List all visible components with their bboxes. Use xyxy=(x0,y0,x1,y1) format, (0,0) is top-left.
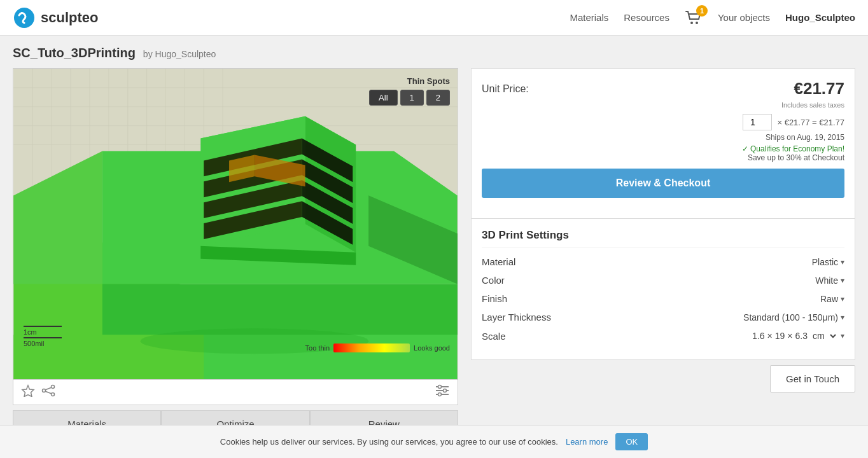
nav-your-objects[interactable]: Your objects xyxy=(718,12,770,23)
page-title: SC_Tuto_3DPrinting xyxy=(13,46,136,60)
thin-spots-panel: Thin Spots All 1 2 xyxy=(369,76,450,106)
finish-setting-row: Finish Raw ▾ xyxy=(482,293,844,304)
svg-line-44 xyxy=(45,387,51,390)
scale-dropdown-arrow[interactable]: ▾ xyxy=(841,331,844,340)
nav-resources[interactable]: Resources xyxy=(624,12,669,23)
scale-text-mil: 500mil xyxy=(24,340,62,347)
main-content: SC_Tuto_3DPrinting by Hugo_Sculpteo xyxy=(0,36,868,438)
header: sculpteo Materials Resources 1 Your obje… xyxy=(0,0,868,36)
quantity-row: × €21.77 = €21.77 xyxy=(482,114,844,130)
layer-thickness-value-wrapper[interactable]: Standard (100 - 150μm) ▾ xyxy=(743,312,844,323)
color-setting-row: Color White ▾ xyxy=(482,275,844,286)
scale-bar: 1cm 500mil xyxy=(24,326,62,347)
legend-gradient xyxy=(333,344,410,352)
settings-title: 3D Print Settings xyxy=(482,229,844,247)
3d-viewer[interactable]: Thin Spots All 1 2 1cm 5 xyxy=(13,68,458,380)
material-setting-row: Material Plastic ▾ xyxy=(482,256,844,267)
share-icon xyxy=(41,384,55,397)
layer-thickness-label: Layer Thickness xyxy=(482,312,551,323)
cart-button[interactable]: 1 xyxy=(685,10,703,25)
cookie-learn-more-link[interactable]: Learn more xyxy=(566,437,608,438)
color-dropdown-arrow[interactable]: ▾ xyxy=(841,276,844,285)
color-value-wrapper[interactable]: White ▾ xyxy=(815,275,844,286)
scale-y-symbol: × xyxy=(787,331,792,341)
color-label: Color xyxy=(482,275,505,286)
toolbar-left xyxy=(21,384,55,400)
star-icon xyxy=(21,384,35,397)
thin-spots-label: Thin Spots xyxy=(407,76,450,86)
scale-z: 6.3 xyxy=(795,331,808,341)
page-title-area: SC_Tuto_3DPrinting by Hugo_Sculpteo xyxy=(13,46,855,60)
scale-y: 19 xyxy=(775,331,785,341)
material-value-wrapper[interactable]: Plastic ▾ xyxy=(812,257,844,267)
scale-label: Scale xyxy=(482,331,506,342)
finish-value-wrapper[interactable]: Raw ▾ xyxy=(820,294,844,304)
price-section: Unit Price: €21.77 Includes sales taxes … xyxy=(471,68,855,219)
quantity-input[interactable] xyxy=(743,114,772,130)
cookie-banner: Cookies help us deliver our services. By… xyxy=(0,425,868,438)
logo-icon xyxy=(13,6,36,29)
svg-point-49 xyxy=(438,385,442,389)
layer-thickness-dropdown-arrow[interactable]: ▾ xyxy=(841,313,844,322)
layer-thickness-value: Standard (100 - 150μm) xyxy=(743,312,838,323)
cookie-ok-button[interactable]: OK xyxy=(615,433,648,438)
thin-spots-all-btn[interactable]: All xyxy=(369,90,397,106)
user-name[interactable]: Hugo_Sculpteo xyxy=(785,12,855,23)
settings-icon-btn[interactable] xyxy=(435,384,450,401)
svg-line-45 xyxy=(45,391,51,394)
scale-setting-row: Scale 1.6 × 19 × 6.3 cm mm in ▾ xyxy=(482,330,844,342)
finish-dropdown-arrow[interactable]: ▾ xyxy=(841,295,844,303)
scale-x: 1.6 xyxy=(752,331,764,341)
share-button[interactable] xyxy=(41,384,55,400)
color-value: White xyxy=(815,275,838,286)
logo-text: sculpteo xyxy=(41,10,98,26)
scale-x-symbol: × xyxy=(767,331,773,341)
main-nav: Materials Resources 1 Your objects Hugo_… xyxy=(570,10,855,25)
material-label: Material xyxy=(482,256,515,267)
legend-bar: Too thin Looks good xyxy=(305,344,450,352)
page-author-label: by Hugo_Sculpteo xyxy=(143,49,216,59)
svg-point-42 xyxy=(52,393,55,396)
unit-price-label: Unit Price: xyxy=(482,83,529,95)
material-value: Plastic xyxy=(812,257,838,267)
svg-point-50 xyxy=(444,389,447,392)
viewer-column: Thin Spots All 1 2 1cm 5 xyxy=(13,68,458,438)
finish-label: Finish xyxy=(482,293,507,304)
3d-scene-svg xyxy=(13,69,458,379)
logo[interactable]: sculpteo xyxy=(13,6,98,29)
svg-marker-23 xyxy=(102,284,458,335)
legend-looks-good: Looks good xyxy=(414,344,450,352)
checkout-button[interactable]: Review & Checkout xyxy=(482,169,844,198)
display-settings-icon xyxy=(435,384,450,398)
svg-point-43 xyxy=(43,389,46,392)
finish-value: Raw xyxy=(820,294,838,304)
material-dropdown-arrow[interactable]: ▾ xyxy=(841,258,844,267)
scale-line-1 xyxy=(24,326,62,327)
nav-materials[interactable]: Materials xyxy=(570,12,608,23)
settings-section: 3D Print Settings Material Plastic ▾ Col… xyxy=(471,219,855,360)
layer-thickness-setting-row: Layer Thickness Standard (100 - 150μm) ▾ xyxy=(482,312,844,323)
qty-calculation: × €21.77 = €21.77 xyxy=(777,118,844,127)
svg-point-41 xyxy=(52,385,55,389)
settings-column: Unit Price: €21.77 Includes sales taxes … xyxy=(471,68,855,392)
page-author: Hugo_Sculpteo xyxy=(155,49,216,59)
svg-point-2 xyxy=(696,22,698,24)
unit-price-row: Unit Price: €21.77 xyxy=(482,79,844,99)
thin-spots-buttons: All 1 2 xyxy=(369,90,450,106)
svg-point-1 xyxy=(690,22,693,24)
legend-too-thin: Too thin xyxy=(305,344,330,352)
economy-plan: ✓ Qualifies for Economy Plan! xyxy=(482,144,844,153)
svg-point-51 xyxy=(438,393,442,396)
content-row: Thin Spots All 1 2 1cm 5 xyxy=(13,68,855,438)
unit-price-value: €21.77 xyxy=(794,79,844,99)
viewer-toolbar xyxy=(13,380,458,405)
scale-unit-select[interactable]: cm mm in xyxy=(810,330,838,342)
get-in-touch-button[interactable]: Get in Touch xyxy=(770,365,855,392)
thin-spots-2-btn[interactable]: 2 xyxy=(426,90,450,106)
includes-tax: Includes sales taxes xyxy=(482,101,844,109)
cart-badge: 1 xyxy=(696,5,708,17)
ships-on: Ships on Aug. 19, 2015 xyxy=(482,133,844,142)
scale-values: 1.6 × 19 × 6.3 cm mm in ▾ xyxy=(752,330,844,342)
favorite-button[interactable] xyxy=(21,384,35,400)
thin-spots-1-btn[interactable]: 1 xyxy=(400,90,424,106)
